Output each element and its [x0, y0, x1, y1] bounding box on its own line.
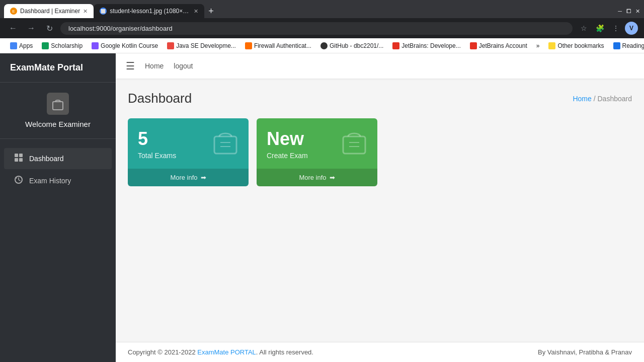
footer-credits: By Vaishnavi, Pratibha & Pranav — [538, 348, 632, 356]
sidebar-item-dashboard-label: Dashboard — [29, 155, 64, 163]
cards-row: 5 Total Exams More info — [128, 118, 632, 186]
svg-rect-2 — [19, 154, 23, 157]
footer-copyright-text: Copyright © 2021-2022 — [128, 348, 197, 356]
bookmark-firewall[interactable]: Firewall Authenticat... — [241, 41, 315, 50]
svg-rect-6 — [214, 136, 236, 154]
forward-button[interactable]: → — [24, 21, 38, 35]
tab-close-image[interactable]: ✕ — [194, 8, 198, 15]
breadcrumb: Home / Dashboard — [573, 95, 632, 103]
maximize-button[interactable]: ⧠ — [626, 8, 631, 15]
breadcrumb-home-link[interactable]: Home — [573, 95, 591, 103]
card-create-exam-footer[interactable]: More info ➡ — [257, 169, 377, 186]
card-total-exams-icon — [210, 126, 240, 163]
svg-rect-1 — [15, 154, 18, 157]
bookmark-firewall-label: Firewall Authenticat... — [254, 42, 311, 49]
tab-title-image: student-lesson1.jpg (1080×720) — [110, 8, 191, 15]
bookmark-github-favicon — [320, 42, 328, 49]
card-total-exams[interactable]: 5 Total Exams More info — [128, 118, 249, 186]
breadcrumb-separator: / — [594, 95, 598, 103]
topnav-home-link[interactable]: Home — [145, 62, 164, 70]
content-area: Dashboard Home / Dashboard 5 Total Exams — [116, 79, 644, 198]
profile-icon[interactable]: ⋮ — [609, 21, 623, 35]
sidebar: ExamMate Portal Welcome Examiner — [0, 53, 116, 362]
avatar-icon — [50, 96, 66, 112]
bookmark-kotlin-label: Google Kotlin Course — [101, 42, 158, 49]
bookmark-reading-favicon — [613, 42, 620, 49]
bookmark-apps[interactable]: Apps — [6, 41, 37, 50]
card-total-exams-arrow-icon: ➡ — [201, 174, 206, 181]
back-button[interactable]: ← — [6, 21, 20, 35]
profile-button[interactable]: V — [625, 22, 638, 35]
svg-rect-9 — [343, 136, 365, 154]
footer-brand-link[interactable]: ExamMate PORTAL — [197, 348, 256, 356]
page-title: Dashboard — [128, 91, 192, 106]
sidebar-item-dashboard[interactable]: Dashboard — [4, 148, 112, 169]
bookmark-github[interactable]: GitHub - dbc2201/... — [316, 41, 387, 50]
bookmark-scholarship[interactable]: Scholarship — [38, 41, 87, 50]
card-create-exam-body: New Create Exam — [257, 118, 377, 169]
bookmark-apps-favicon — [10, 42, 17, 49]
tab-close-dashboard[interactable]: ✕ — [83, 8, 88, 15]
sidebar-item-exam-history-label: Exam History — [29, 177, 71, 185]
bookmark-scholarship-label: Scholarship — [51, 42, 83, 49]
bookmark-jetbrains-dev[interactable]: JetBrains: Develope... — [388, 41, 464, 50]
tab-title-dashboard: Dashboard | Examiner — [20, 8, 80, 15]
tab-favicon-image: ⬜ — [100, 8, 107, 15]
close-window-button[interactable]: ✕ — [635, 8, 640, 15]
footer-rights-text: . All rights reserved. — [256, 348, 313, 356]
bookmarks-bar: Apps Scholarship Google Kotlin Course Ja… — [0, 38, 644, 53]
footer-copyright: Copyright © 2021-2022 ExamMate PORTAL. A… — [128, 348, 313, 356]
bookmark-java-label: Java SE Developme... — [176, 42, 236, 49]
bookmark-kotlin[interactable]: Google Kotlin Course — [88, 41, 162, 50]
footer: Copyright © 2021-2022 ExamMate PORTAL. A… — [116, 342, 644, 362]
address-actions: ☆ 🧩 ⋮ V — [577, 21, 638, 35]
bookmark-jetbrains-dev-label: JetBrains: Develope... — [401, 42, 460, 49]
bookmark-firewall-favicon — [245, 42, 252, 49]
sidebar-brand: ExamMate Portal — [0, 53, 116, 83]
new-tab-button[interactable]: + — [204, 6, 218, 17]
bookmark-java-favicon — [167, 42, 174, 49]
topnav-logout-link[interactable]: logout — [174, 62, 193, 70]
bookmark-jetbrains-account[interactable]: JetBrains Account — [466, 41, 531, 50]
bookmark-star-icon[interactable]: ☆ — [577, 21, 591, 35]
svg-rect-4 — [19, 158, 23, 162]
extensions-icon[interactable]: 🧩 — [593, 21, 607, 35]
tab-image[interactable]: ⬜ student-lesson1.jpg (1080×720) ✕ — [94, 4, 204, 18]
card-total-exams-footer[interactable]: More info ➡ — [128, 169, 249, 186]
top-nav: ☰ Home logout — [116, 53, 644, 79]
minimize-button[interactable]: ─ — [618, 8, 622, 15]
bookmark-reading[interactable]: Reading list — [609, 41, 644, 50]
card-create-exam-icon — [339, 126, 369, 163]
sidebar-user: Welcome Examiner — [0, 83, 116, 139]
tab-favicon-dashboard: E — [10, 8, 17, 15]
card-create-exam[interactable]: New Create Exam More info — [257, 118, 377, 186]
address-bar: ← → ↻ ☆ 🧩 ⋮ V — [0, 18, 644, 38]
bookmark-other-label: Other bookmarks — [557, 42, 604, 49]
bookmark-other[interactable]: Other bookmarks — [544, 41, 608, 50]
app-layout: ExamMate Portal Welcome Examiner — [0, 53, 644, 362]
card-total-exams-body: 5 Total Exams — [128, 118, 249, 169]
sidebar-welcome: Welcome Examiner — [25, 120, 91, 128]
bookmark-github-label: GitHub - dbc2201/... — [330, 42, 383, 49]
sidebar-item-exam-history[interactable]: Exam History — [4, 170, 112, 191]
bookmark-jetbrains-dev-favicon — [392, 42, 399, 49]
tab-dashboard[interactable]: E Dashboard | Examiner ✕ — [4, 4, 94, 18]
svg-rect-3 — [15, 158, 18, 162]
card-create-exam-more-info: More info — [299, 174, 326, 181]
bookmark-java[interactable]: Java SE Developme... — [163, 41, 240, 50]
bookmark-kotlin-favicon — [92, 42, 99, 49]
history-icon — [14, 175, 23, 186]
bookmark-jetbrains-account-label: JetBrains Account — [479, 42, 527, 49]
content-header: Dashboard Home / Dashboard — [128, 91, 632, 106]
breadcrumb-current: Dashboard — [598, 95, 632, 103]
bookmark-other-favicon — [548, 42, 555, 49]
reload-button[interactable]: ↻ — [42, 21, 56, 35]
card-create-exam-arrow-icon: ➡ — [330, 174, 335, 181]
bookmarks-more[interactable]: » — [532, 41, 544, 50]
bookmark-scholarship-favicon — [42, 42, 49, 49]
address-input[interactable] — [60, 22, 573, 35]
card-total-exams-more-info: More info — [170, 174, 197, 181]
hamburger-menu[interactable]: ☰ — [126, 60, 135, 72]
dashboard-icon — [14, 153, 23, 164]
bookmark-apps-label: Apps — [19, 42, 33, 49]
